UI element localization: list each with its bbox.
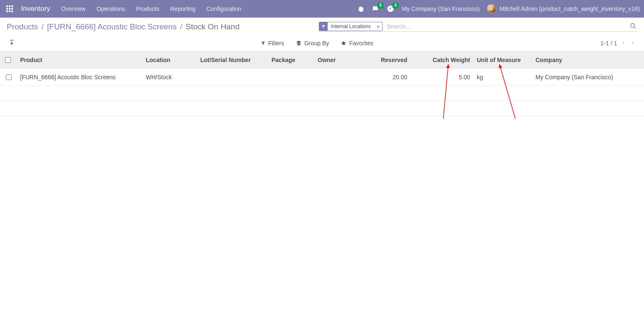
facet-remove[interactable]: × — [374, 23, 383, 30]
row-checkbox[interactable] — [6, 74, 12, 80]
table-empty-row — [0, 101, 644, 116]
group-by-button[interactable]: Group By — [296, 40, 329, 47]
group-by-label: Group By — [304, 40, 329, 47]
cell-company: My Company (San Francisco) — [532, 69, 644, 86]
menu-products[interactable]: Products — [136, 5, 159, 12]
user-name-label: Mitchell Admin (product_catch_weight_inv… — [499, 5, 640, 12]
app-brand[interactable]: Inventory — [21, 5, 50, 13]
th-uom[interactable]: Unit of Measure — [473, 52, 532, 69]
filters-label: Filters — [268, 40, 284, 47]
svg-rect-3 — [6, 8, 8, 10]
favorites-button[interactable]: Favorites — [341, 40, 373, 47]
filter-icon — [319, 22, 328, 31]
breadcrumb-sep: / — [180, 22, 182, 31]
messages-icon[interactable]: 5 — [372, 5, 379, 13]
favorites-label: Favorites — [349, 40, 373, 47]
svg-rect-4 — [9, 8, 10, 10]
menu-configuration[interactable]: Configuration — [207, 5, 241, 12]
user-menu[interactable]: Mitchell Admin (product_catch_weight_inv… — [487, 4, 640, 13]
breadcrumb-product[interactable]: [FURN_6666] Acoustic Bloc Screens — [47, 22, 176, 31]
control-panel: Products / [FURN_6666] Acoustic Bloc Scr… — [0, 18, 644, 52]
pager: 1-1 / 1 — [600, 39, 637, 47]
company-switcher[interactable]: My Company (San Francisco) — [402, 5, 479, 12]
main-menu: Overview Operations Products Reporting C… — [61, 5, 241, 12]
messages-badge: 5 — [378, 3, 383, 8]
breadcrumb: Products / [FURN_6666] Acoustic Bloc Scr… — [7, 22, 240, 31]
cell-package — [268, 69, 314, 86]
search-facet: Internal Locations × — [319, 22, 383, 31]
activities-icon[interactable]: 5 — [387, 5, 394, 13]
export-button[interactable] — [7, 39, 17, 48]
pager-total: 1 — [614, 40, 617, 47]
th-owner[interactable]: Owner — [314, 52, 356, 69]
navbar-right: 5 5 My Company (San Francisco) Mitchell … — [357, 4, 640, 13]
th-company[interactable]: Company — [532, 52, 644, 69]
apps-icon[interactable] — [4, 3, 15, 14]
activities-badge: 5 — [393, 3, 398, 8]
th-package[interactable]: Package — [268, 52, 314, 69]
cell-owner — [314, 69, 356, 86]
th-product[interactable]: Product — [17, 52, 142, 69]
cell-location: WH/Stock — [142, 69, 197, 86]
select-all-checkbox[interactable] — [5, 57, 11, 63]
filters-button[interactable]: Filters — [261, 40, 284, 47]
pager-prev[interactable] — [619, 39, 627, 47]
list-view: Product Location Lot/Serial Number Packa… — [0, 52, 644, 116]
debug-icon[interactable] — [357, 5, 364, 12]
menu-reporting[interactable]: Reporting — [170, 5, 196, 12]
th-location[interactable]: Location — [142, 52, 197, 69]
top-navbar: Inventory Overview Operations Products R… — [0, 0, 644, 18]
cell-product: [FURN_6666] Acoustic Bloc Screens — [17, 69, 142, 86]
th-reserved[interactable]: Reserved — [356, 52, 411, 69]
search-area: Internal Locations × — [319, 22, 637, 32]
table-header-row: Product Location Lot/Serial Number Packa… — [0, 52, 644, 69]
breadcrumb-current: Stock On Hand — [186, 22, 240, 31]
search-icon[interactable] — [629, 23, 637, 31]
svg-rect-5 — [11, 8, 13, 10]
cell-uom: kg — [473, 69, 532, 86]
menu-overview[interactable]: Overview — [61, 5, 85, 12]
table-row[interactable]: [FURN_6666] Acoustic Bloc Screens WH/Sto… — [0, 69, 644, 86]
svg-rect-1 — [9, 5, 10, 7]
table-empty-row — [0, 86, 644, 101]
svg-rect-7 — [9, 10, 10, 12]
svg-rect-8 — [11, 10, 13, 12]
svg-rect-6 — [6, 10, 8, 12]
stock-table: Product Location Lot/Serial Number Packa… — [0, 52, 644, 116]
cell-lot — [197, 69, 268, 86]
cell-catch-weight: 5.00 — [411, 69, 473, 86]
pager-next[interactable] — [629, 39, 637, 47]
search-input[interactable] — [385, 22, 629, 31]
th-lot[interactable]: Lot/Serial Number — [197, 52, 268, 69]
menu-operations[interactable]: Operations — [96, 5, 125, 12]
svg-rect-0 — [6, 5, 8, 7]
pager-range[interactable]: 1-1 — [600, 40, 609, 47]
pager-sep: / — [610, 40, 612, 47]
facet-label: Internal Locations — [328, 23, 374, 29]
breadcrumb-sep: / — [41, 22, 44, 31]
cell-reserved: 20.00 — [356, 69, 411, 86]
svg-rect-2 — [11, 5, 13, 7]
th-catch-weight[interactable]: Catch Weight — [411, 52, 473, 69]
breadcrumb-products[interactable]: Products — [7, 22, 38, 31]
avatar — [487, 4, 496, 13]
